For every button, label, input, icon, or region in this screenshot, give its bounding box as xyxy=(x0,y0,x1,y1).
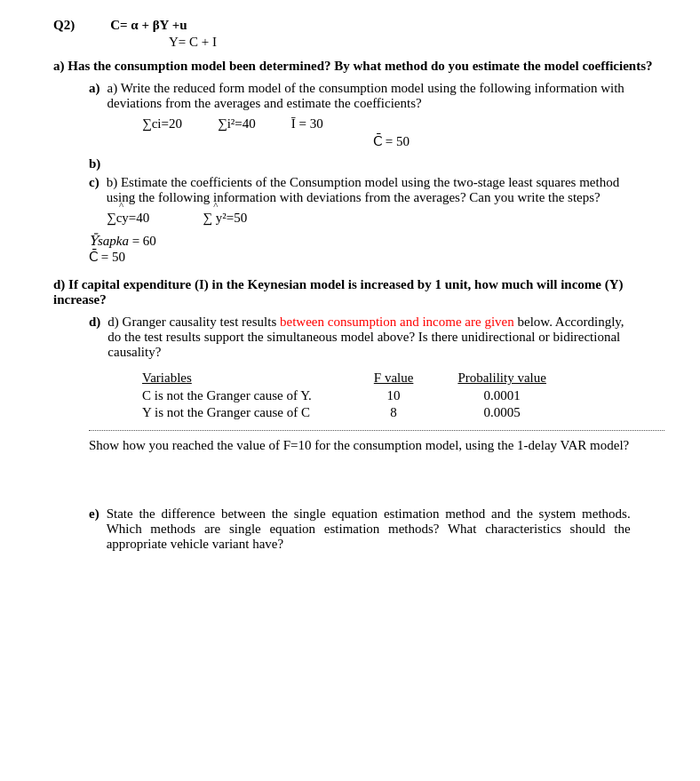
equation-1: C= α + βY +u xyxy=(110,18,187,33)
show-text: Show how you reached the value of F=10 f… xyxy=(89,438,664,453)
part-c-text: b) Estimate the coefficients of the Cons… xyxy=(107,175,640,205)
sub-part-b: b) xyxy=(89,156,664,171)
sum-cy-label: ∑cy=40 xyxy=(107,211,149,225)
row1-prob: 0.0001 xyxy=(440,387,573,404)
main-question-a: a) Has the consumption model been determ… xyxy=(53,59,664,74)
part-e-label: e) xyxy=(89,506,99,552)
y-sarka: Ȳsapka xyxy=(89,234,129,248)
sub-part-c: c) b) Estimate the coefficients of the C… xyxy=(89,175,664,226)
col-fvalue: F value xyxy=(338,369,441,387)
y-sarka-line: Ȳsapka = 60 C̄ = 50 xyxy=(89,233,664,265)
math-line-c: ^ ∑cy=40 ^ ∑ y²=50 xyxy=(107,211,664,226)
part-a-label: a) xyxy=(89,81,100,111)
q2-label: Q2) xyxy=(53,18,75,33)
c-bar-a: C̄ = 50 xyxy=(373,134,410,148)
table-row: Y is not the Granger cause of C 8 0.0005 xyxy=(142,404,573,421)
dotted-divider xyxy=(89,430,664,431)
i-bar: Ī = 30 xyxy=(291,116,323,131)
col-prob: Probalility value xyxy=(440,369,573,387)
granger-table: Variables F value Probalility value C is… xyxy=(142,369,573,421)
sub-part-d: d) d) Granger causality test results bet… xyxy=(89,315,664,453)
sum-y2-hat: ^ ∑ y²=50 xyxy=(203,211,247,226)
equation-2: Y= C + I xyxy=(169,35,217,49)
row2-prob: 0.0005 xyxy=(440,404,573,421)
sub-part-a: a) a) Write the reduced form model of th… xyxy=(89,81,664,149)
col-variables: Variables xyxy=(142,369,338,387)
sum-i2: ∑i²=40 xyxy=(218,116,256,131)
sum-cy-hat: ^ ∑cy=40 xyxy=(107,211,149,226)
math-line-a: ∑ci=20 ∑i²=40 Ī = 30 xyxy=(142,116,664,131)
sum-ci: ∑ci=20 xyxy=(142,116,182,131)
question-d-bold: d) If capital expenditure (I) in the Key… xyxy=(53,277,664,307)
sum-y2-label: ∑ y²=50 xyxy=(203,211,247,225)
table-header-row: Variables F value Probalility value xyxy=(142,369,573,387)
row1-var: C is not the Granger cause of Y. xyxy=(142,387,338,404)
part-d-label: d) xyxy=(89,315,100,360)
question-header: Q2) C= α + βY +u Y= C + I xyxy=(53,18,664,50)
row2-f: 8 xyxy=(338,404,441,421)
part-e-text: State the difference between the single … xyxy=(107,506,631,552)
part-b-label: b) xyxy=(89,156,100,171)
red-text: between consumption and income are given xyxy=(280,315,514,329)
part-d-text: d) Granger causality test results betwee… xyxy=(107,315,632,360)
part-a-text: a) Write the reduced form model of the c… xyxy=(107,81,640,111)
granger-table-container: Variables F value Probalility value C is… xyxy=(142,369,664,421)
c-bar-c: C̄ = 50 xyxy=(89,250,125,264)
row1-f: 10 xyxy=(338,387,441,404)
part-c-label: c) xyxy=(89,175,99,205)
row2-var: Y is not the Granger cause of C xyxy=(142,404,338,421)
table-row: C is not the Granger cause of Y. 10 0.00… xyxy=(142,387,573,404)
sub-part-e: e) State the difference between the sing… xyxy=(89,506,664,552)
